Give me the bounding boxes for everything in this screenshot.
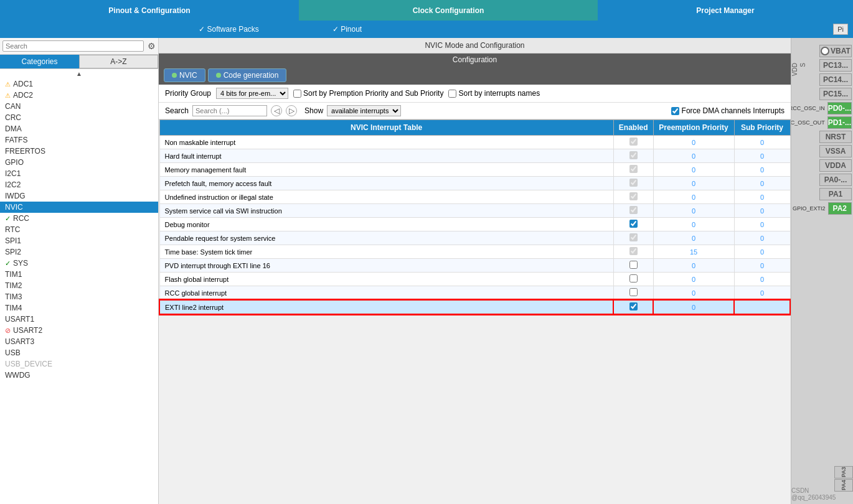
sidebar-item-dma[interactable]: DMA <box>0 123 158 134</box>
preemption-cell[interactable]: 0 <box>653 218 734 231</box>
pin-box[interactable]: PC14... <box>819 73 852 86</box>
sidebar-item-usart3[interactable]: USART3 <box>0 336 158 347</box>
tab-atoz[interactable]: A->Z <box>79 55 158 68</box>
preemption-cell[interactable]: 0 <box>653 177 734 190</box>
subpriority-cell[interactable]: 0 <box>734 231 790 245</box>
enabled-cell[interactable] <box>613 259 653 273</box>
sidebar-item-adc1[interactable]: ⚠ADC1 <box>0 78 158 90</box>
preemption-cell[interactable]: 0 <box>653 300 734 314</box>
preemption-cell[interactable]: 0 <box>653 286 734 301</box>
preemption-cell[interactable]: 0 <box>653 259 734 273</box>
enabled-cell[interactable] <box>613 300 653 314</box>
sidebar-item-gpio[interactable]: GPIO <box>0 157 158 168</box>
subpriority-cell[interactable]: 0 <box>734 204 790 218</box>
table-row[interactable]: EXTI line2 interrupt 0 <box>159 300 790 314</box>
subpriority-cell[interactable]: 0 <box>734 218 790 231</box>
arrow-up-icon[interactable]: ▲ <box>76 70 82 77</box>
pin-box[interactable]: VBAT <box>819 45 852 57</box>
sidebar-item-usart2[interactable]: ⊘USART2 <box>0 325 158 336</box>
pinout-sub-btn[interactable]: ✓ Pinout <box>299 25 395 34</box>
pin-box[interactable]: PA2 <box>828 202 852 215</box>
force-dma-checkbox[interactable] <box>671 107 679 115</box>
sidebar-item-spi2[interactable]: SPI2 <box>0 246 158 258</box>
sidebar-item-iwdg[interactable]: IWDG <box>0 190 158 202</box>
sidebar-item-freertos[interactable]: FREERTOS <box>0 146 158 157</box>
enabled-checkbox[interactable] <box>629 206 638 214</box>
priority-group-select[interactable]: 4 bits for pre-em... <box>216 88 288 99</box>
table-row[interactable]: RCC global interrupt 0 0 <box>159 286 790 301</box>
enabled-checkbox[interactable] <box>629 165 638 173</box>
table-row[interactable]: System service call via SWI instruction … <box>159 204 790 218</box>
tab-categories[interactable]: Categories <box>0 55 79 68</box>
table-row[interactable]: Pendable request for system service 0 0 <box>159 231 790 245</box>
table-row[interactable]: Undefined instruction or illegal state 0… <box>159 190 790 204</box>
sidebar-item-usart1[interactable]: USART1 <box>0 314 158 325</box>
enabled-cell[interactable] <box>613 149 653 163</box>
enabled-cell[interactable] <box>613 136 653 149</box>
enabled-cell[interactable] <box>613 218 653 231</box>
subpriority-cell[interactable]: 0 <box>734 136 790 149</box>
sidebar-item-i2c2[interactable]: I2C2 <box>0 179 158 190</box>
sort-interrupts-checkbox[interactable] <box>448 90 456 98</box>
tab-nvic[interactable]: NVIC <box>164 68 205 82</box>
subpriority-cell[interactable]: 0 <box>734 273 790 286</box>
search-left-icon[interactable]: ◁ <box>271 105 282 116</box>
pinout-config-header[interactable]: Pinout & Configuration <box>0 0 299 21</box>
sidebar-item-fatfs[interactable]: FATFS <box>0 134 158 146</box>
enabled-cell[interactable] <box>613 231 653 245</box>
sidebar-item-usb[interactable]: USB <box>0 347 158 358</box>
preemption-cell[interactable]: 0 <box>653 231 734 245</box>
sidebar-item-spi1[interactable]: SPI1 <box>0 235 158 246</box>
pin-box[interactable]: VSSA <box>819 145 852 157</box>
sidebar-item-crc[interactable]: CRC <box>0 112 158 123</box>
sort-premption-checkbox[interactable] <box>293 90 301 98</box>
pi-button[interactable]: Pi <box>833 26 853 33</box>
sidebar-item-wwdg[interactable]: WWDG <box>0 370 158 381</box>
enabled-checkbox[interactable] <box>629 220 638 228</box>
subpriority-cell[interactable]: 0 <box>734 177 790 190</box>
enabled-cell[interactable] <box>613 273 653 286</box>
table-row[interactable]: Memory management fault 0 0 <box>159 163 790 177</box>
subpriority-cell[interactable]: 0 <box>734 190 790 204</box>
sidebar-item-can[interactable]: CAN <box>0 101 158 112</box>
sidebar-item-rtc[interactable]: RTC <box>0 224 158 235</box>
clock-config-header[interactable]: Clock Configuration <box>299 0 598 21</box>
subpriority-cell[interactable]: 0 <box>734 149 790 163</box>
project-manager-header[interactable]: Project Manager <box>598 0 853 21</box>
table-row[interactable]: Non maskable interrupt 0 0 <box>159 136 790 149</box>
subpriority-cell[interactable]: 0 <box>734 163 790 177</box>
preemption-cell[interactable]: 15 <box>653 245 734 259</box>
sidebar-item-usb_device[interactable]: USB_DEVICE <box>0 358 158 370</box>
table-row[interactable]: Debug monitor 0 0 <box>159 218 790 231</box>
table-row[interactable]: Time base: System tick timer 15 0 <box>159 245 790 259</box>
preemption-cell[interactable]: 0 <box>653 136 734 149</box>
table-row[interactable]: Prefetch fault, memory access fault 0 0 <box>159 177 790 190</box>
pin-box[interactable]: VDDA <box>819 159 852 172</box>
enabled-checkbox[interactable] <box>629 261 638 269</box>
pin-box[interactable]: NRST <box>819 131 852 143</box>
enabled-checkbox[interactable] <box>629 288 638 296</box>
sidebar-item-tim3[interactable]: TIM3 <box>0 291 158 302</box>
software-packs-btn[interactable]: ✓ Software Packs <box>159 25 299 34</box>
subpriority-cell[interactable]: 0 <box>734 245 790 259</box>
pin-box[interactable]: PC13... <box>819 59 852 72</box>
sidebar-item-rcc[interactable]: ✓RCC <box>0 213 158 224</box>
preemption-cell[interactable]: 0 <box>653 163 734 177</box>
subpriority-cell[interactable]: 0 <box>734 286 790 301</box>
search-input[interactable] <box>192 105 267 116</box>
pin-box-extra[interactable]: PA3 <box>834 466 853 478</box>
enabled-checkbox[interactable] <box>629 233 638 241</box>
sidebar-item-i2c1[interactable]: I2C1 <box>0 168 158 179</box>
pin-box[interactable]: PD0-... <box>827 102 852 114</box>
enabled-checkbox[interactable] <box>629 192 638 200</box>
subpriority-cell[interactable]: 0 <box>734 259 790 273</box>
table-row[interactable]: Flash global interrupt 0 0 <box>159 273 790 286</box>
pin-box[interactable]: PD1-... <box>827 116 852 129</box>
pin-box-extra[interactable]: PA4 <box>834 479 853 492</box>
enabled-checkbox[interactable] <box>629 138 638 146</box>
gear-icon[interactable]: ⚙ <box>148 41 156 51</box>
sidebar-search-input[interactable] <box>2 40 144 52</box>
tab-code-generation[interactable]: Code generation <box>208 68 287 82</box>
enabled-cell[interactable] <box>613 204 653 218</box>
enabled-cell[interactable] <box>613 245 653 259</box>
